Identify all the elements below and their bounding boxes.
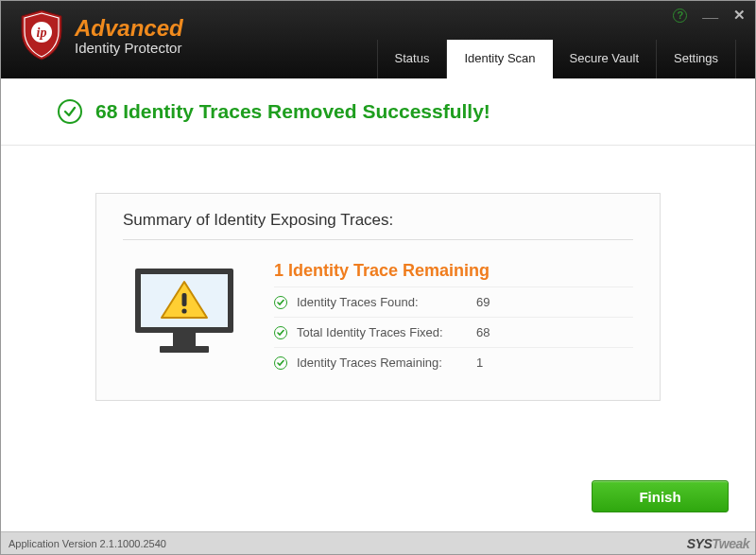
- app-logo: ip Advanced Identity Protector: [1, 9, 183, 78]
- svg-text:ip: ip: [37, 26, 47, 40]
- checkmark-icon: [274, 326, 287, 339]
- stat-row-remaining: Identity Traces Remaining: 1: [274, 347, 633, 377]
- main-tabs: Status Identity Scan Secure Vault Settin…: [377, 40, 736, 78]
- success-message: 68 Identity Traces Removed Successfully!: [95, 100, 490, 123]
- minimize-button[interactable]: __: [702, 4, 718, 20]
- help-icon[interactable]: ?: [673, 9, 687, 23]
- stat-row-found: Identity Traces Found: 69: [274, 286, 633, 317]
- remaining-headline: 1 Identity Trace Remaining: [274, 261, 633, 281]
- svg-rect-5: [160, 346, 209, 353]
- svg-point-7: [181, 308, 186, 313]
- stat-found-label: Identity Traces Found:: [297, 295, 467, 309]
- tab-settings[interactable]: Settings: [657, 40, 736, 78]
- status-bar: Application Version 2.1.1000.2540: [1, 531, 755, 554]
- close-button[interactable]: ✕: [733, 7, 746, 24]
- app-brand: Advanced: [75, 17, 183, 40]
- stat-found-value: 69: [476, 295, 505, 309]
- finish-button[interactable]: Finish: [592, 480, 729, 512]
- stat-remaining-value: 1: [476, 356, 505, 370]
- svg-rect-6: [182, 293, 187, 306]
- tab-status[interactable]: Status: [377, 40, 448, 78]
- checkmark-icon: [274, 296, 287, 309]
- tab-secure-vault[interactable]: Secure Vault: [553, 40, 657, 78]
- success-banner: 68 Identity Traces Removed Successfully!: [1, 78, 755, 146]
- monitor-warning-icon: [123, 261, 246, 377]
- window-controls: ? __ ✕: [673, 7, 746, 24]
- summary-title: Summary of Identity Exposing Traces:: [123, 211, 633, 240]
- stat-remaining-label: Identity Traces Remaining:: [297, 356, 467, 370]
- checkmark-icon: [274, 356, 287, 370]
- watermark: SYSTweak: [687, 536, 749, 554]
- svg-rect-4: [173, 333, 196, 346]
- tab-identity-scan[interactable]: Identity Scan: [447, 40, 552, 78]
- stat-fixed-value: 68: [476, 325, 505, 339]
- app-header: ? __ ✕ ip Advanced Identity Protector St…: [1, 1, 755, 78]
- version-label: Application Version 2.1.1000.2540: [9, 538, 166, 549]
- shield-icon: ip: [18, 9, 65, 65]
- stat-row-fixed: Total Identity Traces Fixed: 68: [274, 317, 633, 347]
- summary-card: Summary of Identity Exposing Traces: 1 I…: [95, 193, 661, 401]
- checkmark-icon: [58, 99, 82, 124]
- app-subtitle: Identity Protector: [75, 40, 183, 57]
- stat-fixed-label: Total Identity Traces Fixed:: [297, 325, 467, 339]
